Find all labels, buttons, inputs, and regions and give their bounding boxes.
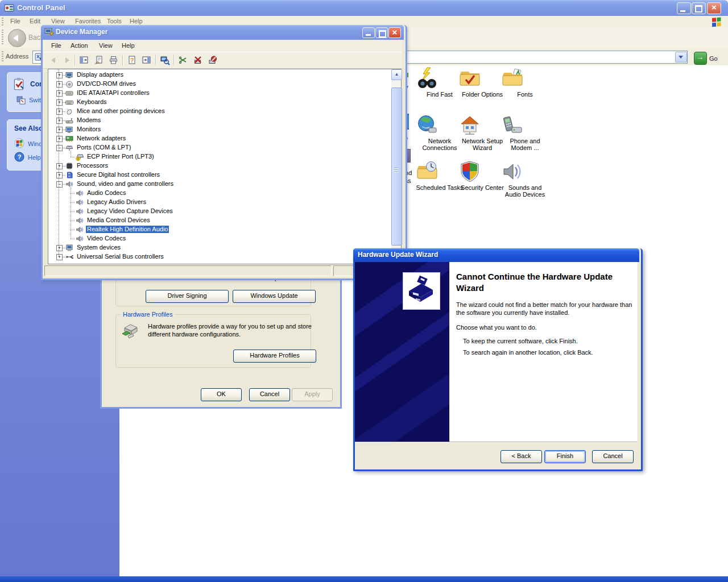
switch-view-icon xyxy=(16,95,26,105)
windows-update-button[interactable]: Windows Update xyxy=(233,290,316,303)
tree-collapse-minus[interactable]: − xyxy=(56,181,63,188)
menu-edit[interactable]: Edit xyxy=(26,18,44,24)
hardware-profiles-button[interactable]: Hardware Profiles xyxy=(233,350,316,363)
tree-item[interactable]: Audio Codecs xyxy=(48,189,391,198)
uninstall-icon[interactable] xyxy=(206,54,219,66)
update-driver-icon[interactable] xyxy=(177,54,189,66)
back-button[interactable] xyxy=(8,29,26,47)
cp-icon-sounds-and-audio[interactable]: Sounds and Audio Devices xyxy=(501,160,549,206)
cp-icon-security-center[interactable]: Security Center xyxy=(458,160,506,206)
tree-item[interactable]: Video Codecs xyxy=(48,234,391,243)
cp-icon-phone-and-modem[interactable]: Phone and Modem ... xyxy=(501,114,549,159)
cp-icon-network-connections[interactable]: Network Connections xyxy=(416,114,464,159)
tree-item[interactable]: Media Control Devices xyxy=(48,216,391,225)
cp-icon-fonts[interactable]: Fonts xyxy=(501,67,549,113)
tree-item-selected[interactable]: Realtek High Definition Audio xyxy=(48,225,391,234)
tree-expand-plus[interactable]: + xyxy=(56,245,63,251)
tree-expand-plus[interactable]: + xyxy=(56,163,63,169)
sidebar-item-windows-update[interactable]: Wind xyxy=(28,140,42,147)
cp-icon-folder-options[interactable]: Folder Options xyxy=(458,67,506,113)
driver-signing-button[interactable]: Driver Signing xyxy=(146,290,229,303)
control-panel-titlebar[interactable]: Control Panel xyxy=(0,0,728,16)
device-manager-toolbar: ? xyxy=(43,52,402,69)
tree-expand-plus[interactable]: + xyxy=(56,254,63,260)
tree-item[interactable]: +Processors xyxy=(48,161,391,171)
back-icon[interactable] xyxy=(47,54,60,66)
wizard-titlebar[interactable]: Hardware Update Wizard xyxy=(353,248,639,262)
menu-file[interactable]: File xyxy=(7,18,24,24)
menu-view[interactable]: View xyxy=(48,18,68,24)
cp-icon-find-fast[interactable]: Find Fast xyxy=(416,67,464,113)
tree-item[interactable]: +Universal Serial Bus controllers xyxy=(48,252,391,261)
tree-expand-plus[interactable]: + xyxy=(56,99,63,106)
minimize-button[interactable] xyxy=(362,27,375,38)
print-icon[interactable] xyxy=(107,54,120,66)
tree-item[interactable]: +DVD/CD-ROM drives xyxy=(48,80,391,89)
tree-item[interactable]: +Network adapters xyxy=(48,134,391,143)
ok-button[interactable]: OK xyxy=(201,388,242,401)
tree-expand-plus[interactable]: + xyxy=(56,81,63,88)
minimize-button[interactable] xyxy=(677,2,691,14)
menu-file[interactable]: File xyxy=(47,42,65,49)
tree-item[interactable]: +Keyboards xyxy=(48,98,391,107)
tree-item-label: IDE ATA/ATAPI controllers xyxy=(76,89,151,97)
scan-hardware-changes-icon[interactable] xyxy=(159,54,171,66)
maximize-button[interactable] xyxy=(375,27,388,38)
tree-item[interactable]: ECP Printer Port (LPT3) xyxy=(48,152,391,161)
toolbar-separator xyxy=(122,55,123,65)
go-button[interactable] xyxy=(694,52,707,65)
tree-item[interactable]: −Ports (COM & LPT) xyxy=(48,143,391,152)
tree-expand-plus[interactable]: + xyxy=(56,90,63,97)
tree-expand-plus[interactable]: + xyxy=(56,136,63,142)
wizard-back-button[interactable]: < Back xyxy=(500,450,542,463)
device-icon-cdrom xyxy=(65,80,73,88)
tree-scrollbar[interactable]: ▲ xyxy=(391,69,401,263)
device-manager-titlebar[interactable]: Device Manager xyxy=(41,25,404,40)
maximize-button[interactable] xyxy=(692,2,706,14)
properties-icon[interactable] xyxy=(93,54,105,66)
device-icon-sound xyxy=(65,180,73,188)
menu-help[interactable]: Help xyxy=(118,42,139,49)
show-action-pane-icon[interactable] xyxy=(140,54,153,66)
wizard-cancel-button[interactable]: Cancel xyxy=(592,450,634,463)
tree-item[interactable]: Legacy Audio Drivers xyxy=(48,198,391,207)
wizard-title: Hardware Update Wizard xyxy=(358,251,438,259)
menu-view[interactable]: View xyxy=(95,42,117,49)
tree-expand-plus[interactable]: + xyxy=(56,72,63,78)
tree-item[interactable]: +Mice and other pointing devices xyxy=(48,107,391,116)
tree-item[interactable]: +Monitors xyxy=(48,125,391,134)
tree-expand-plus[interactable]: + xyxy=(56,172,63,178)
scrollbar-thumb[interactable] xyxy=(391,88,402,246)
scroll-up-button[interactable]: ▲ xyxy=(391,69,402,80)
tree-collapse-minus[interactable]: − xyxy=(56,145,63,151)
address-dropdown-button[interactable] xyxy=(675,52,687,63)
tree-item-label: Legacy Audio Drivers xyxy=(86,198,147,206)
cp-icon-scheduled-tasks[interactable]: Scheduled Tasks xyxy=(416,160,464,206)
cp-icon-network-setup-wizard[interactable]: Network Setup Wizard xyxy=(458,114,506,159)
cancel-button[interactable]: Cancel xyxy=(249,388,290,401)
apply-button[interactable]: Apply xyxy=(292,388,333,401)
forward-icon[interactable] xyxy=(61,54,73,66)
tree-item[interactable]: Legacy Video Capture Devices xyxy=(48,207,391,216)
tree-expand-plus[interactable]: + xyxy=(56,118,63,124)
wizard-finish-button[interactable]: Finish xyxy=(544,450,586,463)
tree-item[interactable]: +System devices xyxy=(48,243,391,252)
disable-icon[interactable] xyxy=(192,54,204,66)
menu-favorites[interactable]: Favorites xyxy=(72,18,104,24)
sidebar-item-help[interactable]: Help xyxy=(28,154,41,161)
tree-item[interactable]: +Secure Digital host controllers xyxy=(48,171,391,180)
help-icon[interactable]: ? xyxy=(126,54,138,66)
tree-item[interactable]: +Display adapters xyxy=(48,70,391,80)
menu-help[interactable]: Help xyxy=(126,18,146,24)
show-console-tree-icon[interactable] xyxy=(78,54,90,66)
help-and-support-icon: ? xyxy=(14,152,24,162)
tree-expand-plus[interactable]: + xyxy=(56,127,63,133)
tree-item[interactable]: +IDE ATA/ATAPI controllers xyxy=(48,89,391,98)
close-button[interactable] xyxy=(707,2,721,14)
menu-action[interactable]: Action xyxy=(67,42,92,49)
menu-tools[interactable]: Tools xyxy=(104,18,125,24)
tree-expand-plus[interactable]: + xyxy=(56,109,63,115)
tree-item[interactable]: −Sound, video and game controllers xyxy=(48,180,391,189)
tree-item[interactable]: +Modems xyxy=(48,116,391,125)
close-button[interactable] xyxy=(388,27,401,38)
